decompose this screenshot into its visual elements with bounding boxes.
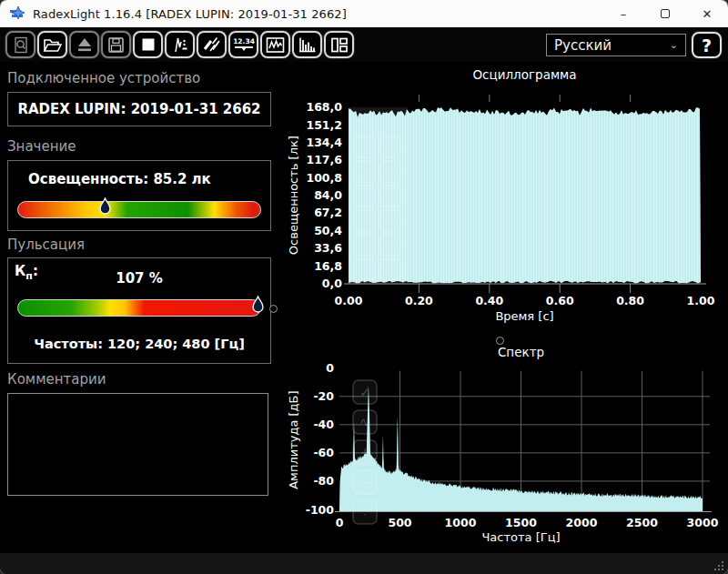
svg-text:0.20: 0.20 xyxy=(405,294,433,307)
record-icon xyxy=(171,36,189,54)
eject-device-button[interactable] xyxy=(69,31,99,58)
svg-text:134,4: 134,4 xyxy=(306,136,342,149)
svg-text:1.00: 1.00 xyxy=(687,294,715,307)
numeric-icon-label: 12.34 xyxy=(233,37,255,45)
toolbar: 12.34 xyxy=(0,27,728,62)
language-select[interactable]: Русский ⌄ xyxy=(546,34,686,56)
layout-view-button[interactable] xyxy=(324,31,354,58)
svg-text:1500: 1500 xyxy=(505,516,537,529)
pulsation-section-header: Пульсация xyxy=(7,237,85,253)
svg-text:100,8: 100,8 xyxy=(306,171,342,185)
record-button[interactable] xyxy=(165,31,195,58)
save-icon xyxy=(107,36,125,54)
zoom-preview-button[interactable] xyxy=(5,31,35,58)
illuminance-reading: Освещенность: 85.2 лк xyxy=(28,171,211,187)
svg-text:500: 500 xyxy=(388,516,411,529)
svg-text:0.40: 0.40 xyxy=(475,294,503,307)
svg-text:Время [с]: Время [с] xyxy=(495,309,553,323)
svg-text:33,6: 33,6 xyxy=(314,241,342,255)
pulsation-box: Кп: 107 % Частоты: 120; 240; 480 [Гц] xyxy=(7,257,271,364)
eject-device-icon xyxy=(76,36,94,53)
oscillogram-view-button[interactable] xyxy=(260,31,290,58)
numeric-display-button[interactable]: 12.34 xyxy=(228,31,258,58)
zoom-preview-icon xyxy=(12,36,30,54)
svg-text:Частота [Гц]: Частота [Гц] xyxy=(481,530,560,544)
svg-text:Амплитуда [дБ]: Амплитуда [дБ] xyxy=(287,390,300,488)
svg-text:-20: -20 xyxy=(313,389,334,403)
language-value: Русский xyxy=(554,37,612,54)
svg-text:0.00: 0.00 xyxy=(335,294,363,307)
comments-input[interactable] xyxy=(7,393,268,496)
save-button[interactable] xyxy=(101,31,131,58)
svg-text:3000: 3000 xyxy=(687,516,719,529)
svg-text:2500: 2500 xyxy=(626,516,658,529)
minimize-button[interactable]: – xyxy=(602,0,644,27)
svg-text:Осциллограмма: Осциллограмма xyxy=(472,68,576,82)
chart-splitter-handle[interactable] xyxy=(496,337,504,345)
pulsation-scale-bar xyxy=(17,299,261,317)
kp-value: 107 % xyxy=(8,270,270,287)
calibration-button[interactable] xyxy=(197,31,227,58)
comments-section-header: Комментарии xyxy=(7,371,106,388)
numeric-display-icon: 12.34 xyxy=(233,35,255,54)
svg-text:0: 0 xyxy=(336,516,344,529)
app-window: RadexLight 1.16.4 [RADEX LUPIN: 2019-01-… xyxy=(0,0,728,574)
svg-text:1000: 1000 xyxy=(445,516,477,529)
oscillogram-view-icon xyxy=(266,36,285,54)
statusbar xyxy=(0,553,728,574)
spectrum-view-button[interactable] xyxy=(292,31,322,58)
open-file-button[interactable] xyxy=(37,31,67,58)
svg-text:67,2: 67,2 xyxy=(314,206,342,219)
spectrum-plot: СпектрАмплитуда [дБ]✓∿+−⁘0-20-40-60-80-1… xyxy=(282,346,728,553)
svg-text:168,0: 168,0 xyxy=(306,100,342,114)
svg-text:−: − xyxy=(359,475,370,489)
svg-text:84,0: 84,0 xyxy=(314,188,342,202)
pulsation-marker-icon xyxy=(252,296,264,314)
svg-text:117,6: 117,6 xyxy=(306,153,342,166)
spectrum-chart: СпектрАмплитуда [дБ]✓∿+−⁘0-20-40-60-80-1… xyxy=(282,346,728,553)
help-button[interactable]: ? xyxy=(692,32,722,58)
svg-text:✓: ✓ xyxy=(359,385,370,399)
open-file-icon xyxy=(43,36,62,54)
svg-text:-60: -60 xyxy=(313,446,334,459)
illuminance-marker-icon xyxy=(99,197,111,216)
window-title: RadexLight 1.16.4 [RADEX LUPIN: 2019-01-… xyxy=(33,7,347,21)
svg-text:-40: -40 xyxy=(313,418,334,431)
titlebar: RadexLight 1.16.4 [RADEX LUPIN: 2019-01-… xyxy=(0,0,728,27)
svg-text:∿: ∿ xyxy=(359,415,370,429)
spectrum-view-icon xyxy=(298,36,317,54)
svg-text:151,2: 151,2 xyxy=(306,118,342,132)
main-content: Подключенное устройство RADEX LUPIN: 201… xyxy=(0,62,728,553)
svg-text:0: 0 xyxy=(326,361,334,375)
svg-text:Спектр: Спектр xyxy=(498,346,544,359)
close-button[interactable]: ✕ xyxy=(686,0,728,27)
svg-text:-100: -100 xyxy=(306,503,335,517)
layout-view-icon xyxy=(330,36,349,54)
stop-icon xyxy=(140,36,157,53)
stop-button[interactable] xyxy=(133,31,163,58)
svg-text:+: + xyxy=(359,445,370,459)
device-section-header: Подключенное устройство xyxy=(7,70,200,86)
panel-splitter-handle[interactable] xyxy=(269,305,278,313)
frequencies-label: Частоты: 120; 240; 480 [Гц] xyxy=(8,337,270,351)
svg-text:2000: 2000 xyxy=(566,516,598,529)
chevron-down-icon: ⌄ xyxy=(670,39,678,51)
oscillogram-chart: ОсциллограммаОсвещенность [лк]168,0151,2… xyxy=(282,68,728,343)
app-icon xyxy=(9,6,25,21)
svg-text:0,0: 0,0 xyxy=(322,277,342,290)
device-box: RADEX LUPIN: 2019-01-31 2662 xyxy=(7,92,271,126)
maximize-icon xyxy=(661,9,670,18)
maximize-button[interactable] xyxy=(644,0,686,27)
svg-text:0.60: 0.60 xyxy=(546,294,574,307)
svg-text:50,4: 50,4 xyxy=(314,224,342,237)
device-name: RADEX LUPIN: 2019-01-31 2662 xyxy=(8,101,270,117)
resize-grip-icon[interactable] xyxy=(713,559,723,570)
svg-text:0.80: 0.80 xyxy=(616,294,644,307)
svg-text:-80: -80 xyxy=(313,474,334,488)
calibration-icon xyxy=(203,36,221,54)
svg-text:Освещенность [лк]: Освещенность [лк] xyxy=(287,136,300,255)
oscillogram-plot: ОсциллограммаОсвещенность [лк]168,0151,2… xyxy=(282,68,728,343)
value-box: Освещенность: 85.2 лк xyxy=(7,160,271,231)
svg-text:16,8: 16,8 xyxy=(314,259,342,273)
value-section-header: Значение xyxy=(7,138,76,155)
